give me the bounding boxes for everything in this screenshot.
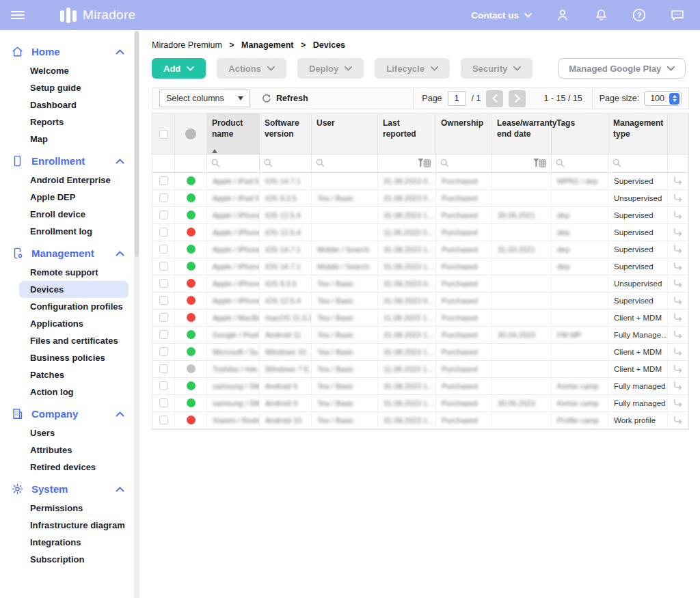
filter-cell-ownership[interactable] [436,154,492,172]
row-checkbox[interactable] [159,347,168,356]
select-columns-dropdown[interactable]: Select columns [159,90,250,107]
chevron-up-icon[interactable] [116,487,124,492]
actions-button[interactable]: Actions [217,58,286,79]
sidebar-section-management[interactable]: Management [0,243,134,264]
row-checkbox[interactable] [159,313,168,322]
open-device-arrow-icon[interactable] [673,193,683,202]
column-header-ownership[interactable]: Ownership [436,113,492,154]
select-all-checkbox[interactable] [159,130,168,139]
sidebar-item-applications[interactable]: Applications [19,315,129,332]
sidebar-scrollbar[interactable] [134,30,139,598]
sidebar-item-retired-devices[interactable]: Retired devices [19,459,129,476]
sidebar-scrollbar-thumb[interactable] [135,31,139,257]
filter-cell-last_reported[interactable] [378,154,436,172]
column-header-software[interactable]: Software version [260,113,312,154]
lifecycle-button[interactable]: Lifecycle [375,58,450,79]
row-checkbox[interactable] [159,245,168,254]
column-header-tags[interactable]: Tags [552,113,608,154]
filter-cell-lease[interactable] [492,154,552,172]
sidebar-item-action-log[interactable]: Action log [19,383,129,400]
row-checkbox[interactable] [159,381,168,390]
sidebar-item-enrollment-log[interactable]: Enrollment log [19,223,129,240]
sidebar-item-map[interactable]: Map [19,131,129,148]
sidebar-item-subscription[interactable]: Subscription [19,551,129,568]
add-button[interactable]: Add [152,58,206,79]
row-checkbox[interactable] [159,398,168,407]
open-device-arrow-icon[interactable] [673,228,683,236]
open-device-arrow-icon[interactable] [673,347,683,356]
sidebar-item-infrastructure-diagram[interactable]: Infrastructure diagram [19,517,129,534]
open-device-arrow-icon[interactable] [673,245,683,254]
page-size-select[interactable]: 100 [644,91,682,106]
filter-cell-product[interactable] [207,154,260,172]
open-device-arrow-icon[interactable] [673,364,683,373]
next-page-button[interactable] [509,90,526,107]
managed-google-play-button[interactable]: Managed Google Play [558,58,686,79]
row-checkbox[interactable] [159,210,168,219]
column-header-user[interactable]: User [312,113,378,154]
sidebar-section-company[interactable]: Company [0,403,134,424]
sidebar-item-attributes[interactable]: Attributes [19,441,129,459]
sidebar-section-system[interactable]: System [0,478,134,500]
help-icon[interactable]: ? [632,8,647,23]
sidebar-item-welcome[interactable]: Welcome [19,62,129,79]
row-checkbox[interactable] [159,330,168,339]
sidebar-item-integrations[interactable]: Integrations [19,534,129,551]
row-checkbox[interactable] [159,416,168,424]
breadcrumb-section[interactable]: Management [241,40,293,50]
column-header-mgmt[interactable]: Management type [608,113,668,154]
notifications-icon[interactable] [593,8,608,23]
row-checkbox[interactable] [159,364,168,373]
sidebar-item-devices[interactable]: Devices [19,281,129,298]
row-checkbox[interactable] [159,176,168,185]
open-device-arrow-icon[interactable] [673,262,683,271]
chat-icon[interactable] [670,8,685,23]
sidebar-item-configuration-profiles[interactable]: Configuration profiles [19,298,129,315]
row-checkbox[interactable] [159,279,168,288]
open-device-arrow-icon[interactable] [673,381,683,390]
filter-cell-mgmt[interactable] [608,154,668,172]
account-icon[interactable] [555,8,570,23]
sidebar-item-apple-dep[interactable]: Apple DEP [19,189,129,206]
contact-us-menu[interactable]: Contact us [471,10,532,21]
deploy-button[interactable]: Deploy [297,58,364,79]
open-device-arrow-icon[interactable] [673,330,683,339]
sidebar-item-setup-guide[interactable]: Setup guide [19,79,129,96]
sidebar-item-business-policies[interactable]: Business policies [19,349,129,366]
sidebar-item-dashboard[interactable]: Dashboard [19,96,129,113]
date-filter-icon[interactable] [533,158,547,168]
refresh-button[interactable]: Refresh [262,94,308,103]
filter-cell-tags[interactable] [552,154,608,172]
column-header-lease[interactable]: Lease/warranty end date [492,113,552,154]
row-checkbox[interactable] [159,296,168,305]
filter-cell-software[interactable] [260,154,312,172]
sidebar-section-home[interactable]: Home [0,41,134,62]
breadcrumb-root[interactable]: Miradore Premium [152,40,222,50]
row-checkbox[interactable] [159,262,168,271]
sidebar-item-files-and-certificates[interactable]: Files and certificates [19,332,129,349]
filter-cell-user[interactable] [312,154,378,172]
page-number-input[interactable] [448,91,466,106]
row-checkbox[interactable] [159,193,168,202]
open-device-arrow-icon[interactable] [673,416,683,424]
open-device-arrow-icon[interactable] [673,398,683,407]
column-header-product[interactable]: Product name [207,113,260,154]
chevron-up-icon[interactable] [116,49,124,55]
column-header-last_reported[interactable]: Last reported [378,113,436,154]
date-filter-icon[interactable] [417,158,431,168]
sort-ascending-icon[interactable] [212,139,217,153]
security-button[interactable]: Security [461,58,533,79]
open-device-arrow-icon[interactable] [673,279,683,288]
sidebar-item-patches[interactable]: Patches [19,366,129,383]
chevron-up-icon[interactable] [116,411,124,417]
open-device-arrow-icon[interactable] [673,313,683,322]
menu-icon[interactable] [11,11,25,19]
sidebar-item-android-enterprise[interactable]: Android Enterprise [19,172,129,189]
sidebar-item-remote-support[interactable]: Remote support [19,264,129,281]
open-device-arrow-icon[interactable] [673,210,683,219]
sidebar-item-reports[interactable]: Reports [19,113,129,131]
sidebar-item-permissions[interactable]: Permissions [19,500,129,517]
open-device-arrow-icon[interactable] [673,296,683,305]
open-device-arrow-icon[interactable] [673,176,683,185]
row-checkbox[interactable] [159,228,168,236]
